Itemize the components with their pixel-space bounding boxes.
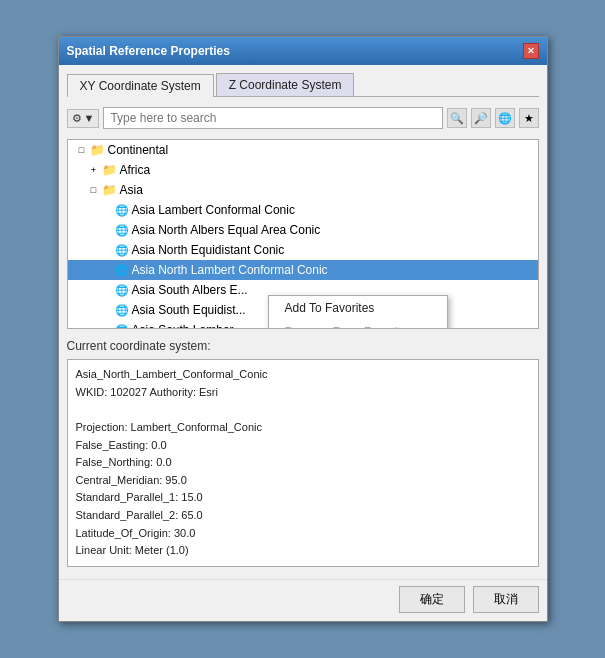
filter-dropdown-icon: ▼ (84, 112, 95, 124)
globe-icon-asia-north-lambert (114, 262, 130, 278)
tree-label-asia-south-lambert: Asia South Lamber... (132, 323, 243, 329)
expand-asia[interactable]: □ (88, 184, 100, 196)
toolbar: ⚙ ▼ 🔍 🔎 🌐 ★ (67, 103, 539, 133)
tree-label-asia-south-equidist: Asia South Equidist... (132, 303, 246, 317)
spatial-reference-window: Spatial Reference Properties ✕ XY Coordi… (58, 36, 548, 622)
title-bar-buttons: ✕ (523, 43, 539, 59)
title-bar: Spatial Reference Properties ✕ (59, 37, 547, 65)
expand-africa[interactable]: + (88, 164, 100, 176)
info-line-6: Standard_Parallel_1: 15.0 (76, 489, 530, 507)
ok-button[interactable]: 确定 (399, 586, 465, 613)
globe-icon-asia-north-equidist (114, 242, 130, 258)
info-line-3: False_Easting: 0.0 (76, 437, 530, 455)
coordinate-tree: □ Continental + Africa □ Asia □ Asia Lam… (67, 139, 539, 329)
search-clear-button[interactable]: 🔎 (471, 108, 491, 128)
cancel-button[interactable]: 取消 (473, 586, 539, 613)
globe-icon-asia-lambert (114, 202, 130, 218)
tree-label-asia-north-lambert: Asia North Lambert Conformal Conic (132, 263, 328, 277)
tree-label-africa: Africa (120, 163, 151, 177)
context-menu-remove-favorites[interactable]: Remove From Favorites (269, 320, 447, 329)
folder-icon-continental (90, 142, 106, 158)
info-line-7: Standard_Parallel_2: 65.0 (76, 507, 530, 525)
folder-icon-asia (102, 182, 118, 198)
info-line-5: Central_Meridian: 95.0 (76, 472, 530, 490)
info-box: Asia_North_Lambert_Conformal_Conic WKID:… (67, 359, 539, 567)
tree-item-asia-north-albers[interactable]: □ Asia North Albers Equal Area Conic (68, 220, 538, 240)
bottom-bar: 确定 取消 (59, 579, 547, 621)
info-line-9: Linear Unit: Meter (1.0) (76, 542, 530, 560)
window-body: XY Coordinate System Z Coordinate System… (59, 65, 547, 575)
folder-icon-africa (102, 162, 118, 178)
search-input[interactable] (103, 107, 442, 129)
info-line-4: False_Northing: 0.0 (76, 454, 530, 472)
expand-continental[interactable]: □ (76, 144, 88, 156)
favorites-button[interactable]: ★ (519, 108, 539, 128)
filter-icon: ⚙ (72, 112, 82, 125)
globe-icon-asia-north-albers (114, 222, 130, 238)
info-line-0: Asia_North_Lambert_Conformal_Conic (76, 366, 530, 384)
tabs-container: XY Coordinate System Z Coordinate System (67, 73, 539, 97)
search-button[interactable]: 🔍 (447, 108, 467, 128)
context-menu-add-favorites[interactable]: Add To Favorites (269, 296, 447, 320)
filter-button[interactable]: ⚙ ▼ (67, 109, 100, 128)
tree-label-asia-north-albers: Asia North Albers Equal Area Conic (132, 223, 321, 237)
tree-item-asia-north-equidist[interactable]: □ Asia North Equidistant Conic (68, 240, 538, 260)
tree-label-asia-south-albers: Asia South Albers E... (132, 283, 248, 297)
globe-button[interactable]: 🌐 (495, 108, 515, 128)
tab-z-coordinate[interactable]: Z Coordinate System (216, 73, 355, 96)
tree-item-africa[interactable]: + Africa (68, 160, 538, 180)
window-title: Spatial Reference Properties (67, 44, 230, 58)
tab-xy-coordinate[interactable]: XY Coordinate System (67, 74, 214, 97)
info-line-spacer (76, 401, 530, 419)
tree-item-asia-north-lambert[interactable]: □ Asia North Lambert Conformal Conic (68, 260, 538, 280)
info-line-8: Latitude_Of_Origin: 30.0 (76, 525, 530, 543)
tree-label-continental: Continental (108, 143, 169, 157)
tree-label-asia-north-equidist: Asia North Equidistant Conic (132, 243, 285, 257)
info-label: Current coordinate system: (67, 339, 539, 353)
context-menu: Add To Favorites Remove From Favorites C… (268, 295, 448, 329)
tree-label-asia: Asia (120, 183, 143, 197)
tree-item-asia[interactable]: □ Asia (68, 180, 538, 200)
globe-icon-asia-south-lambert (114, 322, 130, 329)
tree-label-asia-lambert: Asia Lambert Conformal Conic (132, 203, 295, 217)
info-line-1: WKID: 102027 Authority: Esri (76, 384, 530, 402)
info-line-2: Projection: Lambert_Conformal_Conic (76, 419, 530, 437)
globe-icon-asia-south-albers (114, 282, 130, 298)
globe-icon-asia-south-equidist (114, 302, 130, 318)
tree-item-continental[interactable]: □ Continental (68, 140, 538, 160)
tree-item-asia-lambert[interactable]: □ Asia Lambert Conformal Conic (68, 200, 538, 220)
close-button[interactable]: ✕ (523, 43, 539, 59)
